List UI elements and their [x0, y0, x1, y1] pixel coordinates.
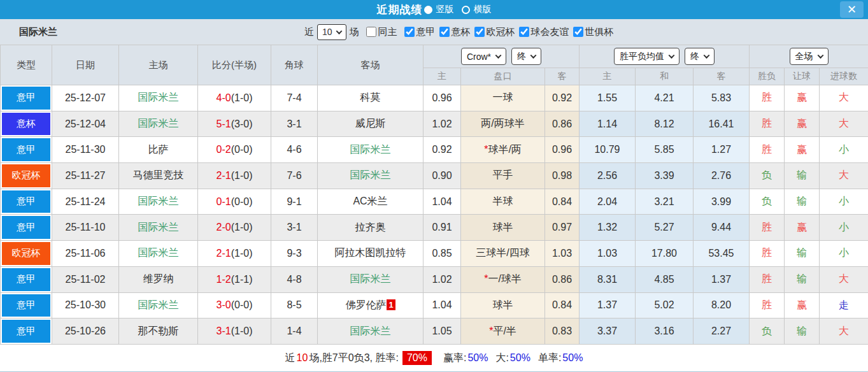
same-home-label[interactable]: 同主 [378, 26, 397, 38]
date-cell: 25-10-26 [52, 318, 119, 345]
away-team-name[interactable]: 国际米兰 [350, 169, 391, 180]
home-team[interactable]: 国际米兰 [138, 118, 179, 129]
league-filter-checkbox[interactable] [573, 27, 583, 37]
same-home-checkbox[interactable] [366, 27, 376, 37]
home-team[interactable]: 马德里竞技 [133, 169, 184, 180]
match-count-select[interactable]: 10 [317, 24, 346, 40]
away-team-badge: 1 [387, 299, 395, 310]
company-select[interactable]: Crow* [461, 48, 506, 65]
summary-count: 10 [297, 352, 308, 364]
league-badge[interactable]: 意杯 [2, 113, 50, 136]
hcp-home-odds-cell: 1.04 [423, 292, 461, 318]
league-badge[interactable]: 意甲 [2, 320, 50, 343]
matches-label: 场 [350, 26, 359, 38]
away-cell: 国际米兰 [318, 266, 423, 292]
company-state-value: 终 [517, 51, 526, 62]
odds-away-cell: 8.20 [694, 292, 750, 318]
home-team[interactable]: 国际米兰 [138, 222, 179, 232]
hcp-away-odds-cell: 0.83 [545, 318, 580, 345]
goals-cell: 走 [820, 292, 868, 318]
league-filter-label[interactable]: 意甲 [416, 26, 436, 38]
league-badge[interactable]: 欧冠杯 [2, 242, 50, 265]
scope-select[interactable]: 全场 [790, 48, 829, 65]
home-team[interactable]: 国际米兰 [138, 92, 179, 103]
hcp-line-cell: 一球 [461, 85, 545, 111]
home-cell: 马德里竞技 [119, 163, 198, 189]
company-state-select[interactable]: 终 [511, 48, 541, 65]
hcp-home-odds-cell: 1.02 [423, 111, 461, 137]
league-badge[interactable]: 意甲 [2, 87, 50, 110]
odds-header-cell: 胜平负均值 终 [580, 45, 750, 68]
away-team-name[interactable]: 国际米兰 [350, 144, 391, 155]
home-team[interactable]: 比萨 [148, 144, 169, 155]
league-badge[interactable]: 意甲 [2, 216, 50, 239]
hcp-line-cell: *平/半 [461, 318, 545, 345]
league-filter-checkbox[interactable] [519, 27, 529, 37]
col-header-away: 客场 [318, 45, 423, 85]
league-filter-checkbox[interactable] [404, 27, 415, 37]
league-badge[interactable]: 欧冠杯 [2, 164, 50, 187]
market-select[interactable]: 胜平负均值 [614, 48, 679, 65]
goals-cell: 小 [820, 215, 868, 241]
league-filter-label[interactable]: 欧冠杯 [487, 26, 515, 38]
away-team-name[interactable]: 国际米兰 [350, 326, 391, 336]
handicap-result-cell: 赢 [785, 292, 820, 318]
odds-away-cell: 5.83 [694, 85, 750, 111]
away-team-name[interactable]: 拉齐奥 [355, 222, 386, 232]
odds-draw-cell: 5.85 [636, 137, 694, 163]
away-team-name[interactable]: AC米兰 [353, 196, 387, 206]
league-badge[interactable]: 意甲 [2, 138, 50, 161]
date-cell: 25-11-10 [52, 215, 119, 241]
league-filter-checkbox[interactable] [474, 27, 485, 37]
away-team-name[interactable]: 科莫 [360, 92, 381, 103]
handicap-line: 球半/两 [488, 144, 521, 155]
away-team-name[interactable]: 阿拉木图凯拉特 [335, 247, 406, 258]
league-filter-label[interactable]: 球会友谊 [531, 26, 569, 38]
halftime-score: (1-0) [231, 248, 253, 259]
league-cell: 意杯 [1, 111, 52, 137]
table-row: 欧冠杯 25-11-06 国际米兰 2-1(1-0) 9-3 阿拉木图凯拉特 0… [1, 241, 868, 267]
league-badge[interactable]: 意甲 [2, 294, 50, 317]
close-icon: ✕ [847, 3, 857, 17]
win-rate-badge: 70% [402, 351, 432, 365]
corner-cell: 7-4 [271, 85, 318, 111]
market-state-select[interactable]: 终 [685, 48, 715, 65]
close-button[interactable]: ✕ [840, 1, 864, 18]
subheader-goals: 进球数 [820, 68, 868, 85]
home-team[interactable]: 国际米兰 [138, 299, 179, 310]
home-team[interactable]: 国际米兰 [138, 247, 179, 258]
table-row: 意甲 25-11-02 维罗纳 1-2(1-1) 4-8 国际米兰 1.02 *… [1, 266, 868, 292]
subheader-hcp-away: 客 [545, 68, 580, 85]
league-filter-label[interactable]: 世俱杯 [585, 26, 614, 38]
away-team-name[interactable]: 佛罗伦萨 [345, 299, 386, 310]
filter-controls: 近 10 场 同主 意甲意杯欧冠杯球会友谊世俱杯 [304, 19, 614, 45]
home-team[interactable]: 维罗纳 [143, 273, 174, 284]
league-badge[interactable]: 意甲 [2, 268, 50, 291]
goals-cell: 大 [820, 318, 868, 345]
radio-vertical-label[interactable]: 竖版 [436, 4, 454, 15]
away-team-name[interactable]: 威尼斯 [355, 118, 386, 129]
away-team-name[interactable]: 国际米兰 [350, 273, 391, 284]
fulltime-score: 0-1 [217, 196, 231, 207]
home-team[interactable]: 那不勒斯 [138, 326, 179, 336]
league-filter-checkbox[interactable] [439, 27, 450, 37]
handicap-result-cell: 输 [785, 189, 820, 215]
odds-home-cell: 2.56 [580, 163, 636, 189]
fulltime-score: 2-1 [217, 248, 231, 259]
handicap-result-cell: 赢 [785, 111, 820, 137]
league-filter: 意甲 [401, 26, 436, 38]
radio-unselected-icon[interactable] [462, 6, 470, 14]
date-cell: 25-11-06 [52, 241, 119, 267]
league-badge[interactable]: 意甲 [2, 190, 50, 213]
goals-cell: 小 [820, 189, 868, 215]
radio-selected-icon[interactable] [424, 6, 432, 14]
radio-horizontal-label[interactable]: 横版 [474, 4, 492, 15]
odds-home-cell: 8.31 [580, 266, 636, 292]
league-filter-label[interactable]: 意杯 [452, 26, 471, 38]
corner-cell: 3-1 [271, 111, 318, 137]
home-team[interactable]: 国际米兰 [138, 196, 179, 206]
halftime-score: (3-0) [231, 118, 253, 129]
col-header-home: 主场 [119, 45, 198, 85]
odds-home-cell: 1.14 [580, 111, 636, 137]
chevron-down-icon [336, 28, 342, 34]
